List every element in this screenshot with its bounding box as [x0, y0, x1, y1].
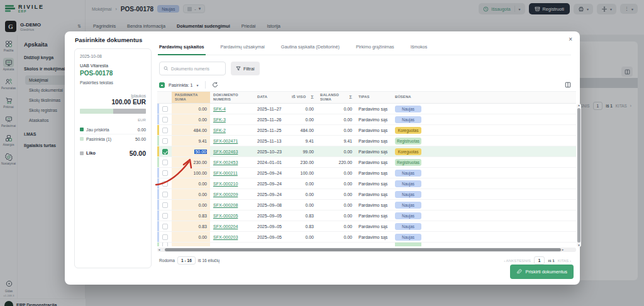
bar-selected-segment — [80, 109, 113, 114]
row-checkbox[interactable] — [162, 117, 168, 123]
row-checkbox[interactable] — [162, 192, 168, 197]
legend-value: 50.00 — [135, 137, 146, 141]
selected-sum-cell[interactable]: 0.83 — [172, 210, 210, 221]
document-link[interactable]: SFK-2 — [213, 128, 226, 133]
date-cell: 2025–11–27 — [254, 104, 289, 114]
allocation-progress-bar — [80, 109, 146, 114]
selected-sum-cell[interactable]: 0.00 — [172, 104, 210, 114]
page-number-input[interactable]: 1 — [534, 256, 545, 265]
selected-sum-cell[interactable]: 484.00 — [172, 125, 210, 135]
row-checkbox[interactable] — [162, 243, 168, 246]
row-checkbox[interactable] — [162, 213, 168, 219]
refresh-icon[interactable] — [212, 82, 218, 88]
filters-button[interactable]: Filtrai — [231, 62, 260, 75]
row-checkbox[interactable] — [162, 224, 168, 229]
row-checkbox[interactable] — [162, 138, 168, 144]
row-checkbox[interactable] — [162, 202, 168, 208]
sigma-icon[interactable]: Σ — [349, 94, 352, 100]
funnel-icon — [236, 66, 241, 71]
document-link[interactable]: SFX-002471 — [213, 139, 238, 143]
selected-sum-cell[interactable]: 230.00 — [172, 157, 210, 167]
row-checkbox[interactable] — [162, 181, 168, 187]
empty-cell — [425, 178, 576, 189]
document-link[interactable]: SFX-000211 — [213, 171, 238, 175]
document-link[interactable]: SFX-000205 — [213, 214, 238, 218]
next-page-button[interactable]: KITAS › — [558, 258, 571, 263]
row-checkbox[interactable] — [162, 170, 168, 176]
prev-page-button[interactable]: ‹ ANKSTESNIS — [504, 258, 531, 263]
date-cell: 2025–09–24 — [254, 178, 289, 189]
row-checkbox[interactable] — [162, 234, 168, 240]
date-cell: 2024–01–01 — [254, 157, 289, 167]
sigma-icon[interactable]: Σ — [311, 94, 314, 100]
document-link[interactable]: SFX-002463 — [213, 150, 238, 154]
scroll-down-icon[interactable]: ▼ — [577, 244, 581, 247]
header-status[interactable]: Būsena — [392, 92, 425, 103]
date-cell: 2025–09–08 — [254, 200, 289, 210]
modal-tab-pardavimų-užsakymai[interactable]: Pardavimų užsakymai — [221, 44, 265, 50]
document-link[interactable]: SFK-3 — [213, 117, 226, 122]
document-link[interactable]: SFX-000209 — [213, 192, 238, 197]
scroll-up-icon[interactable]: ▲ — [577, 104, 581, 107]
document-link[interactable]: SFX-000208 — [213, 203, 238, 207]
status-cell: Naujas — [392, 178, 425, 189]
row-checkbox[interactable] — [162, 160, 168, 165]
selected-sum-cell[interactable]: 0.00 — [172, 232, 210, 242]
row-checkbox[interactable] — [162, 149, 168, 155]
selected-sum-cell[interactable]: 0.83 — [172, 221, 210, 231]
selected-sum-cell[interactable]: 0.00 — [172, 200, 210, 210]
chevron-down-icon[interactable]: ▾ — [197, 83, 199, 87]
horizontal-scroll-thumb[interactable] — [165, 248, 561, 251]
status-cell: Naujas — [392, 114, 425, 124]
row-checkbox-cell — [159, 200, 172, 210]
table-columns-icon[interactable] — [565, 82, 571, 88]
row-checkbox[interactable] — [162, 128, 168, 133]
empty-cell — [425, 200, 576, 210]
selected-sum-cell[interactable]: 0.00 — [172, 178, 210, 189]
document-link[interactable]: SFK-4 — [213, 107, 226, 111]
modal-tab-gautina-sąskaita-debitorinė-[interactable]: Gautina sąskaita (Debitorinė) — [281, 44, 340, 50]
row-checkbox-cell — [159, 221, 172, 231]
type-cell: Pardavimo sąs — [355, 104, 392, 114]
header-total[interactable]: Iš visoΣ — [289, 92, 317, 103]
selected-sum-cell[interactable]: 0.00 — [172, 114, 210, 124]
modal-tab-pirkimo-grąžinimas[interactable]: Pirkimo grąžinimas — [356, 44, 394, 50]
selected-sum-cell[interactable]: 9.41 — [172, 136, 210, 146]
document-link[interactable]: SFX-000210 — [213, 182, 238, 186]
header-date[interactable]: Data — [254, 92, 289, 103]
vertical-scroll-thumb[interactable] — [577, 108, 580, 243]
header-selected-sum[interactable]: Pasirinkta suma — [172, 92, 210, 103]
select-all-checkbox[interactable] — [159, 82, 165, 88]
search-input[interactable] — [171, 67, 221, 71]
total-cell: 100.00 — [289, 168, 317, 178]
scroll-left-icon[interactable]: ◄ — [157, 248, 161, 251]
assign-documents-button[interactable]: Priskirti dokumentus — [510, 265, 574, 279]
legend-value: 0.00 — [138, 128, 146, 132]
header-type[interactable]: Tipas — [355, 92, 392, 103]
header-balance[interactable]: Balanso sumaΣ — [317, 92, 355, 103]
search-icon — [164, 66, 169, 71]
row-checkbox[interactable] — [162, 106, 168, 112]
date-cell: 2025–10–23 — [254, 146, 289, 156]
status-badge: Naujas — [395, 180, 421, 187]
selected-sum-cell[interactable]: 50.00 — [172, 146, 210, 156]
modal-tab-išmokos[interactable]: Išmokos — [411, 44, 428, 50]
close-icon[interactable]: × — [569, 36, 572, 43]
selected-sum-cell[interactable]: 100.00 — [172, 168, 210, 178]
document-search[interactable] — [159, 62, 226, 75]
status-cell: Koreguotas — [392, 125, 425, 135]
scroll-right-icon[interactable]: ► — [561, 248, 565, 251]
payment-summary-card: 2025-10-08 UAB Vitaresta POS-00178 Paski… — [74, 48, 152, 268]
modal-tab-pardavimų-sąskaitos[interactable]: Pardavimų sąskaitos — [159, 44, 204, 50]
balance-cell: 0.00 — [317, 210, 355, 221]
payment-document-link[interactable]: POS-00178 — [80, 70, 146, 77]
vertical-scrollbar[interactable]: ▲ ▼ — [577, 104, 581, 247]
document-link[interactable]: SFX-000203 — [213, 235, 238, 239]
horizontal-scrollbar[interactable]: ◄ ► — [157, 248, 576, 252]
header-document-number[interactable]: Dokumento numeris — [210, 92, 254, 103]
selected-sum-cell[interactable] — [172, 243, 210, 246]
selected-sum-cell[interactable]: 0.00 — [172, 189, 210, 199]
document-link[interactable]: SFX-000204 — [213, 224, 238, 229]
document-link[interactable]: SFX-002453 — [213, 160, 238, 165]
table-row: 0.00SFK-42025–11–270.000.00Pardavimo sąs… — [157, 104, 576, 114]
